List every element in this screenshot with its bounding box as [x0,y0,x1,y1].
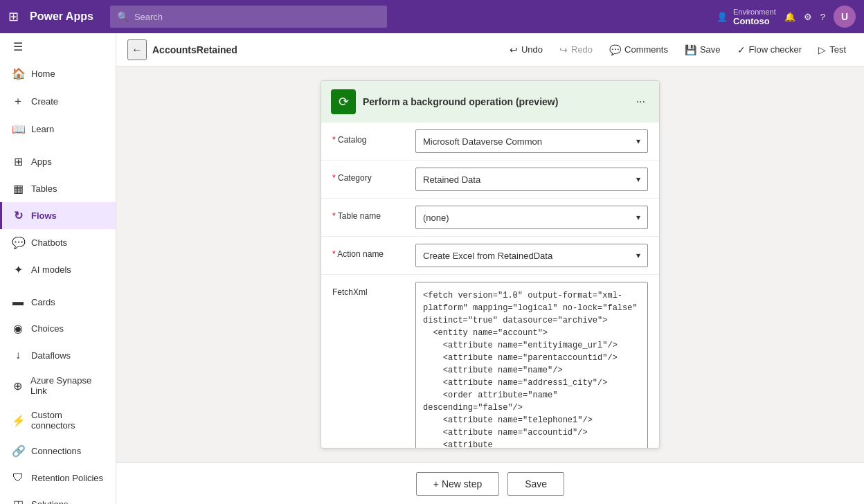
sidebar-item-ai-models[interactable]: ✦ AI models [0,256,116,283]
save-bottom-button[interactable]: Save [507,472,564,496]
sidebar-item-azure-synapse[interactable]: ⊕ Azure Synapse Link [0,368,116,403]
choices-icon: ◉ [12,322,24,335]
comments-button[interactable]: 💬 Comments [602,40,675,60]
undo-icon: ↩ [510,44,518,55]
sidebar-item-cards[interactable]: ▬ Cards [0,289,116,315]
redo-icon: ↪ [559,44,568,55]
table-name-field-row: * Table name (none) ▾ [321,199,659,237]
sidebar-label-home: Home [31,69,55,79]
new-step-button[interactable]: + New step [416,472,499,496]
category-selected-value: Retained Data [423,174,480,185]
table-name-chevron-icon: ▾ [636,213,640,222]
flow-checker-icon: ✓ [737,44,746,55]
catalog-field-row: * Catalog Microsoft Dataverse Common ▾ [321,123,659,161]
cards-icon: ▬ [12,296,24,308]
redo-button[interactable]: ↪ Redo [552,40,600,60]
sidebar-label-dataflows: Dataflows [31,350,71,361]
sidebar-item-custom-connectors[interactable]: ⚡ Custom connectors [0,403,116,438]
test-icon: ▷ [818,44,826,55]
sidebar-label-ai-models: AI models [31,264,71,275]
catalog-dropdown[interactable]: Microsoft Dataverse Common ▾ [415,129,648,153]
fetchxml-field-row: FetchXml [321,275,659,449]
sidebar: ☰ 🏠 Home ＋ Create 📖 Learn ⊞ Apps ▦ Table… [0,33,116,504]
save-button[interactable]: 💾 Save [678,40,728,60]
flows-icon: ↻ [12,209,24,222]
sidebar-item-create[interactable]: ＋ Create [0,87,116,116]
chatbots-icon: 💬 [12,236,24,249]
save-label: Save [700,44,721,55]
search-box[interactable]: 🔍 [110,6,387,28]
environment-person-icon: 👤 [717,12,728,22]
sidebar-label-cards: Cards [31,297,55,307]
fetchxml-value [415,282,648,449]
action-name-field-row: * Action name Create Excel from Retained… [321,237,659,275]
undo-button[interactable]: ↩ Undo [503,40,550,60]
step-title: Perform a background operation (preview) [363,96,625,107]
category-dropdown[interactable]: Retained Data ▾ [415,168,648,191]
main-area: ☰ 🏠 Home ＋ Create 📖 Learn ⊞ Apps ▦ Table… [0,33,864,504]
catalog-required-marker: * [332,135,338,145]
custom-connectors-icon: ⚡ [12,414,24,427]
connections-icon: 🔗 [12,444,24,458]
breadcrumb: AccountsRetained [152,44,237,55]
menu-icon: ☰ [12,40,24,53]
back-button[interactable]: ← [127,39,147,60]
category-label: * Category [332,168,408,183]
action-name-chevron-icon: ▾ [636,251,640,260]
content-area: ← AccountsRetained ↩ Undo ↪ Redo 💬 Comme… [116,33,864,504]
apps-icon: ⊞ [12,155,24,168]
catalog-chevron-icon: ▾ [636,136,640,146]
catalog-label: * Catalog [332,129,408,145]
step-more-button[interactable]: ··· [632,93,649,111]
sidebar-label-create: Create [31,96,58,107]
sidebar-item-choices[interactable]: ◉ Choices [0,315,116,342]
bottom-bar: + New step Save [116,462,864,504]
ai-models-icon: ✦ [12,263,24,276]
test-label: Test [829,44,846,55]
retention-icon: 🛡 [12,471,24,484]
fetchxml-label: FetchXml [332,282,408,297]
category-required-marker: * [332,173,338,183]
action-name-label: * Action name [332,244,408,259]
environment-name: Contoso [733,16,776,26]
table-name-label: * Table name [332,206,408,221]
sidebar-item-learn[interactable]: 📖 Learn [0,116,116,143]
action-name-dropdown[interactable]: Create Excel from RetainedData ▾ [415,244,648,267]
table-required-marker: * [332,211,338,221]
sidebar-item-solutions[interactable]: ◫ Solutions [0,491,116,504]
sidebar-item-flows[interactable]: ↻ Flows [0,202,116,229]
sidebar-item-dataflows[interactable]: ↓ Dataflows [0,342,116,368]
azure-synapse-icon: ⊕ [12,379,24,393]
avatar[interactable]: U [834,6,856,28]
sidebar-item-tables[interactable]: ▦ Tables [0,175,116,202]
category-value: Retained Data ▾ [415,168,648,191]
catalog-selected-value: Microsoft Dataverse Common [423,136,542,147]
environment-label: Environment [733,8,776,16]
flow-canvas: ⟳ Perform a background operation (previe… [116,66,864,462]
category-field-row: * Category Retained Data ▾ [321,161,659,199]
comments-icon: 💬 [609,44,621,55]
step-body: * Catalog Microsoft Dataverse Common ▾ [321,123,659,449]
notification-icon[interactable]: 🔔 [784,12,795,22]
sidebar-item-home[interactable]: 🏠 Home [0,60,116,87]
sidebar-label-azure-synapse: Azure Synapse Link [30,375,106,396]
sidebar-label-solutions: Solutions [31,499,68,504]
toolbar: ← AccountsRetained ↩ Undo ↪ Redo 💬 Comme… [116,33,864,66]
sidebar-collapse[interactable]: ☰ [0,33,116,60]
catalog-value: Microsoft Dataverse Common ▾ [415,129,648,153]
table-name-dropdown[interactable]: (none) ▾ [415,206,648,229]
learn-icon: 📖 [12,123,24,136]
sidebar-item-connections[interactable]: 🔗 Connections [0,438,116,465]
fetchxml-textarea[interactable] [415,282,648,449]
test-button[interactable]: ▷ Test [811,40,853,60]
flow-checker-button[interactable]: ✓ Flow checker [730,40,809,60]
sidebar-item-apps[interactable]: ⊞ Apps [0,148,116,175]
sidebar-item-chatbots[interactable]: 💬 Chatbots [0,229,116,256]
settings-icon[interactable]: ⚙ [804,12,812,22]
sidebar-label-chatbots: Chatbots [31,237,67,248]
waffle-icon[interactable]: ⊞ [8,9,19,24]
search-input[interactable] [134,12,380,22]
app-brand: Power Apps [30,10,93,23]
sidebar-item-retention[interactable]: 🛡 Retention Policies [0,465,116,491]
help-icon[interactable]: ? [820,12,825,22]
